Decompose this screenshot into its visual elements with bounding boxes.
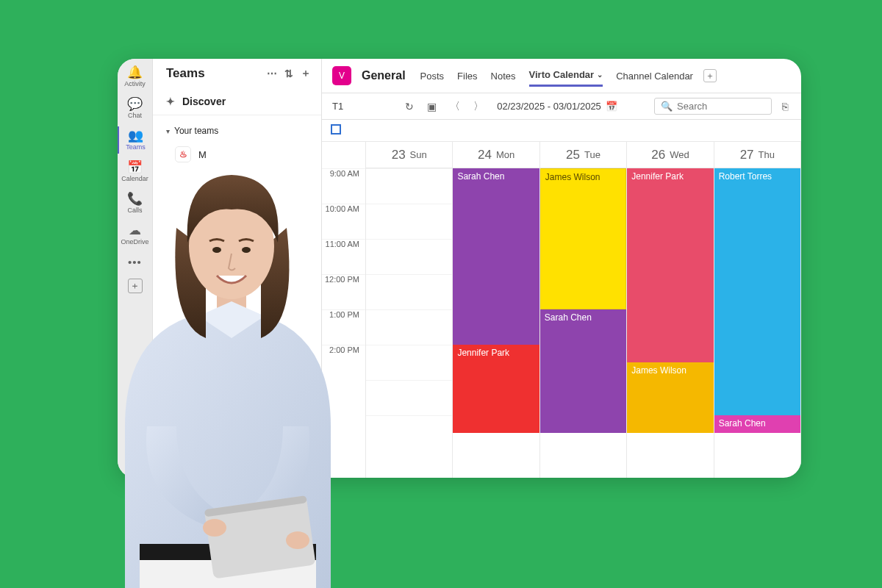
chevron-down-icon: ▾ xyxy=(166,127,170,135)
your-teams-header[interactable]: ▾ Your teams xyxy=(153,115,321,142)
people-icon: 👥 xyxy=(128,129,143,142)
filter-icon[interactable]: ⇅ xyxy=(284,68,293,79)
rail-apps[interactable]: ＋ xyxy=(118,276,153,296)
chat-icon: 💬 xyxy=(127,98,143,110)
rail-onedrive[interactable]: ☁ OneDrive xyxy=(118,221,153,248)
svg-point-5 xyxy=(286,531,309,549)
day-column-thu[interactable]: 27 Thu Robert TorresSarah Chen xyxy=(714,142,801,478)
rail-teams[interactable]: 👥 Teams xyxy=(118,126,153,154)
tab-virto-calendar[interactable]: Virto Calendar ⌄ xyxy=(529,65,603,87)
date-range[interactable]: 02/23/2025 - 03/01/2025 📅 xyxy=(497,101,617,112)
rail-label: Calendar xyxy=(121,175,148,182)
app-rail: 🔔 Activity 💬 Chat 👥 Teams 📅 Calendar 📞 C… xyxy=(118,59,153,478)
refresh-icon[interactable]: ↻ xyxy=(402,99,417,114)
calendar-toolbar: T1 ↻ ▣ 〈 〉 02/23/2025 - 03/01/2025 📅 🔍 ⎘ xyxy=(322,93,801,120)
svg-rect-1 xyxy=(140,560,316,588)
more-icon: ••• xyxy=(128,256,142,268)
legend-swatch xyxy=(331,124,341,135)
calendar-picker-icon: 📅 xyxy=(606,101,617,112)
source-selector[interactable]: T1 xyxy=(332,101,343,112)
tab-channel-calendar[interactable]: Channel Calendar xyxy=(616,65,693,87)
tab-files[interactable]: Files xyxy=(457,65,477,87)
main-area: V General Posts Files Notes Virto Calend… xyxy=(322,59,801,478)
calendar-event[interactable]: Jennifer Park xyxy=(453,345,539,433)
add-tab-button[interactable]: ＋ xyxy=(703,69,717,82)
tab-notes[interactable]: Notes xyxy=(491,65,516,87)
rail-calendar[interactable]: 📅 Calendar xyxy=(118,158,153,185)
legend-row xyxy=(322,120,801,142)
prev-week-button[interactable]: 〈 xyxy=(447,100,463,113)
add-app-icon: ＋ xyxy=(128,279,143,293)
calendar-event[interactable]: Sarah Chen xyxy=(453,168,539,345)
more-icon[interactable]: ⋯ xyxy=(267,68,277,79)
day-column-mon[interactable]: 24 Mon Sarah ChenJennifer Park xyxy=(453,142,539,478)
calendar-icon: 📅 xyxy=(127,161,143,173)
day-header: 27 Thu xyxy=(714,142,800,168)
rail-label: Activity xyxy=(124,80,146,87)
time-label: 10:00 AM xyxy=(322,204,365,239)
rail-more[interactable]: ••• xyxy=(118,253,153,271)
rail-label: OneDrive xyxy=(121,238,148,245)
calendar-event[interactable]: Sarah Chen xyxy=(714,415,800,433)
time-label: 11:00 AM xyxy=(322,239,365,274)
discover-label: Discover xyxy=(182,96,226,107)
svg-rect-0 xyxy=(140,544,316,560)
channel-header: V General Posts Files Notes Virto Calend… xyxy=(322,59,801,93)
team-name: M xyxy=(198,149,207,160)
day-column-tue[interactable]: 25 Tue James WilsonSarah Chen xyxy=(540,142,627,478)
calendar-event[interactable]: James Wilson xyxy=(540,168,626,309)
tab-posts[interactable]: Posts xyxy=(420,65,445,87)
day-header: 25 Tue xyxy=(540,142,626,168)
search-icon: 🔍 xyxy=(661,101,673,112)
discover-button[interactable]: ✦ Discover xyxy=(153,88,321,115)
calendar-event[interactable]: Jennifer Park xyxy=(627,168,713,362)
phone-icon: 📞 xyxy=(127,193,143,205)
sparkle-icon: ✦ xyxy=(166,96,175,107)
your-teams-label: Your teams xyxy=(174,126,218,136)
day-header: 24 Mon xyxy=(453,142,539,168)
team-avatar: ♨ xyxy=(175,146,191,162)
create-team-icon[interactable]: ＋ xyxy=(301,67,311,80)
today-icon[interactable]: ▣ xyxy=(424,99,440,114)
time-label: 2:00 PM xyxy=(322,345,365,380)
next-week-button[interactable]: 〉 xyxy=(470,100,487,113)
teams-window: 🔔 Activity 💬 Chat 👥 Teams 📅 Calendar 📞 C… xyxy=(118,59,801,478)
time-label: 12:00 PM xyxy=(322,274,365,309)
channel-tabs: Posts Files Notes Virto Calendar ⌄ Chann… xyxy=(420,65,693,87)
calendar-event[interactable]: James Wilson xyxy=(627,362,713,433)
rail-label: Chat xyxy=(128,112,142,119)
rail-calls[interactable]: 📞 Calls xyxy=(118,190,153,217)
teams-title: Teams xyxy=(166,66,205,81)
day-column-wed[interactable]: 26 Wed Jennifer ParkJames Wilson xyxy=(627,142,714,478)
channel-name: General xyxy=(362,69,406,82)
channel-avatar: V xyxy=(332,66,351,85)
calendar-grid: 9:00 AM 10:00 AM 11:00 AM 12:00 PM 1:00 … xyxy=(322,142,801,478)
day-header: 23 Sun xyxy=(366,142,452,168)
cloud-icon: ☁ xyxy=(129,224,141,237)
day-column-sun[interactable]: 23 Sun xyxy=(366,142,453,478)
time-column: 9:00 AM 10:00 AM 11:00 AM 12:00 PM 1:00 … xyxy=(322,142,366,478)
rail-label: Calls xyxy=(127,207,142,214)
export-icon[interactable]: ⎘ xyxy=(779,99,791,114)
rail-activity[interactable]: 🔔 Activity xyxy=(118,63,153,90)
day-header: 26 Wed xyxy=(627,142,713,168)
team-row[interactable]: ♨ M xyxy=(153,142,321,167)
bell-icon: 🔔 xyxy=(127,66,143,79)
svg-point-4 xyxy=(203,519,226,537)
rail-chat[interactable]: 💬 Chat xyxy=(118,95,153,122)
svg-rect-3 xyxy=(204,495,307,517)
rail-label: Teams xyxy=(126,143,146,151)
svg-rect-2 xyxy=(204,495,316,579)
time-label: 9:00 AM xyxy=(322,168,365,204)
teams-panel: Teams ⋯ ⇅ ＋ ✦ Discover ▾ Your teams ♨ M xyxy=(153,59,322,478)
search-box[interactable]: 🔍 xyxy=(654,98,772,115)
time-label: 1:00 PM xyxy=(322,309,365,345)
calendar-event[interactable]: Sarah Chen xyxy=(540,309,626,433)
chevron-down-icon: ⌄ xyxy=(597,71,603,79)
calendar-event[interactable]: Robert Torres xyxy=(714,168,800,415)
